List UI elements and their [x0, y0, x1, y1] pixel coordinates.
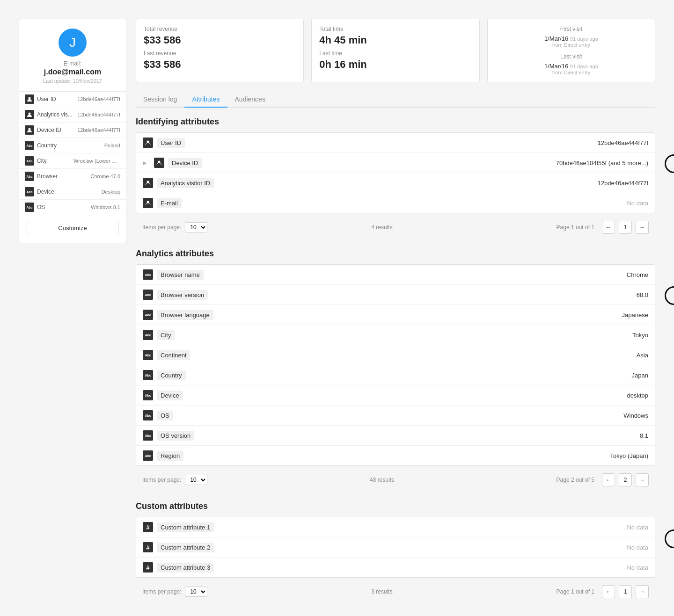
current-page: 1 — [619, 221, 632, 234]
avatar-section: J E-mail: j.doe@mail.com Last update: 10… — [19, 29, 126, 91]
tabs-row: Session logAttributesAudiences — [136, 92, 655, 108]
total-time-label: Total time — [319, 26, 471, 32]
per-page-select[interactable]: 10 — [185, 587, 207, 597]
table-row: #Custom attribute 1No data — [136, 517, 655, 537]
row-type-icon: Abc — [143, 390, 153, 400]
row-attr-value: Asia — [637, 352, 648, 359]
tab-audiences[interactable]: Audiences — [227, 92, 273, 108]
left-attr-name: Analytics vis... — [37, 111, 74, 118]
row-attr-name: Continent — [157, 350, 190, 360]
row-attr-value: 12bde46ae444f77f — [598, 139, 648, 146]
left-attr-name: User ID — [37, 96, 74, 102]
left-attr-name: Country — [37, 142, 102, 149]
row-type-icon — [143, 138, 153, 148]
row-type-icon: Abc — [143, 330, 153, 340]
row-type-icon: Abc — [143, 370, 153, 380]
analytics-title: Analytics attributes — [136, 249, 655, 259]
row-attr-name: Analytics visitor ID — [157, 178, 214, 188]
custom-pagination: Items per page:103 resultsPage 1 out of … — [136, 581, 655, 602]
per-page-select[interactable]: 10 — [185, 222, 207, 232]
identifying-section: Identifying attributes User ID12bde46ae4… — [136, 117, 655, 238]
next-page-button[interactable]: → — [636, 473, 649, 486]
left-attr-value: Poland — [104, 143, 120, 148]
row-type-icon: Abc — [143, 410, 153, 420]
row-type-icon: Abc — [143, 290, 153, 300]
last-revenue-value: $33 586 — [144, 58, 296, 71]
per-page-select[interactable]: 10 — [185, 475, 207, 485]
row-type-icon: Abc — [143, 269, 153, 280]
left-panel: J E-mail: j.doe@mail.com Last update: 10… — [19, 19, 126, 243]
left-attr-row: AbcBrowserChrome 47.0 — [19, 169, 126, 184]
row-attr-value: No data — [627, 544, 648, 551]
prev-page-button[interactable]: ← — [602, 473, 615, 486]
identifying-table: User ID12bde46ae444f77f▶Device ID70bde46… — [136, 132, 655, 213]
user-email: j.doe@mail.com — [44, 68, 101, 76]
table-row: User ID12bde46ae444f77f — [136, 133, 655, 153]
total-time-value: 4h 45 min — [319, 34, 471, 46]
attr-type-icon: Abc — [25, 156, 34, 166]
prev-page-button[interactable]: ← — [602, 585, 615, 598]
per-page-label: Items per page: — [142, 588, 181, 595]
row-attr-value: Tokyo — [632, 332, 648, 339]
identifying-title: Identifying attributes — [136, 117, 655, 127]
row-type-icon: # — [143, 522, 153, 532]
page-info: Page 1 out of 1 — [557, 588, 594, 595]
attr-type-icon — [25, 125, 34, 135]
row-type-icon — [143, 178, 153, 188]
time-card: Total time 4h 45 min Last time 0h 16 min — [311, 19, 479, 82]
attr-type-icon: Abc — [25, 187, 34, 196]
table-row: E-mailNo data — [136, 193, 655, 213]
row-attr-name: User ID — [157, 138, 185, 148]
row-type-icon: Abc — [143, 450, 153, 461]
attr-type-icon: Abc — [25, 203, 34, 212]
row-type-icon: # — [143, 562, 153, 573]
row-type-icon: Abc — [143, 350, 153, 360]
left-attr-value: Desktop — [102, 189, 120, 195]
avatar: J — [59, 29, 87, 57]
custom-section: Custom attributes #Custom attribute 1No … — [136, 501, 655, 602]
results-count: 4 results — [211, 224, 552, 231]
left-attr-row: AbcCountryPoland — [19, 138, 126, 153]
last-update: Last update: 10/Nov/2017 — [43, 78, 102, 84]
page-info: Page 1 out of 1 — [557, 224, 594, 231]
custom-table: #Custom attribute 1No data#Custom attrib… — [136, 517, 655, 578]
row-attr-value: No data — [627, 524, 648, 531]
expand-arrow-icon[interactable]: ▶ — [143, 160, 150, 166]
svg-point-2 — [29, 128, 31, 130]
left-attr-name: Device ID — [37, 127, 74, 133]
row-attr-name: Custom attribute 1 — [157, 522, 214, 532]
results-count: 3 results — [211, 588, 552, 595]
table-row: AbcCityTokyo — [136, 325, 655, 345]
tab-attributes[interactable]: Attributes — [184, 92, 227, 108]
per-page-label: Items per page: — [142, 477, 181, 483]
left-attr-row: AbcDeviceDesktop — [19, 184, 126, 200]
next-page-button[interactable]: → — [636, 221, 649, 234]
first-visit-source: from Direct entry — [495, 42, 647, 48]
row-attr-name: Custom attribute 2 — [157, 543, 214, 552]
left-attr-row: User ID12bde46ae444f77f — [19, 92, 126, 107]
row-attr-value: Windows — [623, 412, 648, 419]
customize-button[interactable]: Customize — [27, 221, 118, 235]
row-attr-value: desktop — [627, 392, 648, 399]
left-attr-value: Windows 8.1 — [91, 204, 120, 210]
row-attr-value: 68.0 — [637, 291, 648, 298]
analytics-section: Analytics attributes AbcBrowser nameChro… — [136, 249, 655, 490]
row-attr-value: 12bde46ae444f77f — [598, 180, 648, 187]
attr-type-icon — [25, 94, 34, 104]
row-attr-value: Japanese — [622, 312, 648, 319]
results-count: 48 results — [211, 477, 552, 483]
callout-analytics — [665, 286, 674, 305]
left-attr-value: 12bde46ae444f77f — [77, 96, 120, 102]
next-page-button[interactable]: → — [636, 585, 649, 598]
tab-session-log[interactable]: Session log — [136, 92, 184, 108]
table-row: AbcOS version8.1 — [136, 426, 655, 446]
prev-page-button[interactable]: ← — [602, 221, 615, 234]
row-attr-name: OS — [157, 411, 173, 420]
row-type-icon: Abc — [143, 310, 153, 320]
table-row: AbcRegionTokyo (Japan) — [136, 446, 655, 465]
left-attr-value: Chrome 47.0 — [90, 174, 120, 179]
row-attr-value: 8.1 — [640, 432, 648, 439]
attr-type-icon: Abc — [25, 141, 34, 150]
last-time-value: 0h 16 min — [319, 58, 471, 71]
table-row: Analytics visitor ID12bde46ae444f77f — [136, 173, 655, 193]
